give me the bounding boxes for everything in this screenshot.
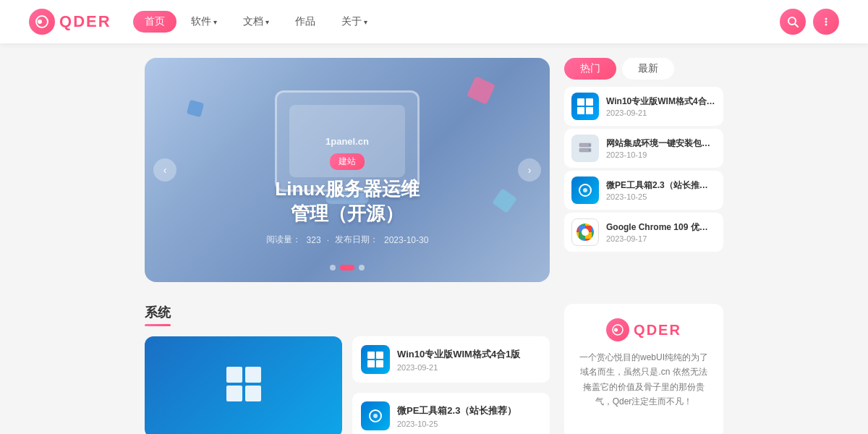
net-icon bbox=[571, 135, 599, 162]
svg-point-6 bbox=[825, 24, 827, 26]
bottom-section: 系统 bbox=[0, 297, 868, 434]
main-area: 1panel.cn ‹ › 建站 Linux服务器运维管理（开源） 阅读量： 3… bbox=[0, 43, 868, 297]
slider-tag: 建站 bbox=[330, 153, 365, 170]
search-icon bbox=[787, 16, 799, 27]
publish-date: 2023-10-30 bbox=[384, 235, 428, 245]
server-icon bbox=[577, 140, 593, 156]
card-win-icon bbox=[361, 345, 390, 374]
card-large-win10[interactable] bbox=[145, 336, 342, 434]
card-small-info: Win10专业版WIM格式4合1版 2023-09-21 bbox=[397, 348, 541, 372]
tab-latest[interactable]: 最新 bbox=[622, 58, 674, 80]
chevron-down-icon: ▾ bbox=[265, 18, 269, 26]
hot-list: Win10专业版WIM格式4合1版 2023-09-21 网站集成环境一键安装包… bbox=[564, 87, 723, 252]
pe-small-logo bbox=[367, 408, 383, 424]
card-small-date: 2023-10-25 bbox=[397, 420, 541, 428]
card-small-date: 2023-09-21 bbox=[397, 363, 541, 372]
hot-item-title: 网站集成环境一键安装包合… bbox=[606, 137, 716, 150]
slider-title: Linux服务器运维管理（开源） bbox=[145, 177, 550, 226]
menu-icon bbox=[820, 16, 832, 27]
nav-item-docs[interactable]: 文档 ▾ bbox=[231, 11, 281, 33]
slider-dot-1[interactable] bbox=[330, 265, 336, 271]
slider-dot-2[interactable] bbox=[340, 265, 354, 271]
main-nav: 首页 软件 ▾ 文档 ▾ 作品 关于 ▾ bbox=[133, 11, 780, 33]
card-small-win10[interactable]: Win10专业版WIM格式4合1版 2023-09-21 bbox=[352, 336, 550, 383]
logo-icon bbox=[29, 9, 55, 35]
section-line bbox=[145, 324, 171, 326]
right-panel: 热门 最新 Win10专业版WIM格式4合1版 2023-09-21 bbox=[564, 58, 723, 282]
about-logo-text: QDER bbox=[634, 322, 681, 339]
date-label: 发布日期： bbox=[335, 234, 378, 246]
svg-point-14 bbox=[373, 414, 378, 418]
hot-item-date: 2023-09-17 bbox=[606, 234, 716, 243]
svg-line-3 bbox=[795, 24, 798, 27]
win-icon bbox=[571, 93, 599, 120]
nav-item-works[interactable]: 作品 bbox=[284, 11, 327, 33]
slider: 1panel.cn ‹ › 建站 Linux服务器运维管理（开源） 阅读量： 3… bbox=[145, 58, 550, 282]
about-logo: QDER bbox=[606, 318, 681, 341]
menu-button[interactable] bbox=[813, 9, 839, 35]
about-description: 一个赏心悦目的webUI纯纯的为了域名而生，虽然只是.cn 依然无法掩盖它的价值… bbox=[579, 350, 709, 409]
hot-item-date: 2023-09-21 bbox=[606, 109, 716, 117]
hot-item-info: Win10专业版WIM格式4合1版 2023-09-21 bbox=[606, 95, 716, 118]
svg-point-10 bbox=[589, 150, 590, 151]
tab-hot[interactable]: 热门 bbox=[564, 58, 616, 80]
hot-item-info: Google Chrome 109 优化版… 2023-09-17 bbox=[606, 221, 716, 244]
slider-content: 建站 Linux服务器运维管理（开源） 阅读量： 323 · 发布日期： 202… bbox=[145, 153, 550, 246]
hot-item-date: 2023-10-25 bbox=[606, 192, 716, 201]
card-large-content bbox=[226, 367, 261, 407]
views-count: 323 bbox=[307, 235, 321, 245]
nav-item-software[interactable]: 软件 ▾ bbox=[179, 11, 229, 33]
hot-item-title: Google Chrome 109 优化版… bbox=[606, 221, 716, 234]
chrome-icon-wrapper bbox=[571, 218, 599, 246]
svg-point-5 bbox=[825, 21, 827, 23]
search-button[interactable] bbox=[780, 9, 806, 35]
chevron-down-icon: ▾ bbox=[364, 18, 367, 26]
hot-list-item[interactable]: 网站集成环境一键安装包合… 2023-10-19 bbox=[564, 129, 723, 168]
tabs-header: 热门 最新 bbox=[564, 58, 723, 80]
slider-meta: 阅读量： 323 · 发布日期： 2023-10-30 bbox=[145, 234, 550, 246]
windows-logo bbox=[577, 98, 593, 114]
hot-list-item[interactable]: 微PE工具箱2.3（站长推荐）… 2023-10-25 bbox=[564, 171, 723, 210]
views-label: 阅读量： bbox=[266, 234, 301, 246]
svg-point-4 bbox=[825, 18, 827, 20]
svg-point-9 bbox=[589, 145, 590, 146]
section-title: 系统 bbox=[145, 304, 550, 321]
card-small-title: Win10专业版WIM格式4合1版 bbox=[397, 348, 541, 361]
chevron-down-icon: ▾ bbox=[213, 18, 217, 26]
hot-list-item[interactable]: Win10专业版WIM格式4合1版 2023-09-21 bbox=[564, 87, 723, 126]
nav-item-about[interactable]: 关于 ▾ bbox=[330, 11, 379, 33]
card-small-title: 微PE工具箱2.3（站长推荐） bbox=[397, 404, 541, 417]
windows-small-logo bbox=[367, 352, 383, 367]
nav-item-home[interactable]: 首页 bbox=[133, 11, 176, 33]
header: QDER 首页 软件 ▾ 文档 ▾ 作品 关于 ▾ bbox=[0, 0, 868, 43]
hot-item-title: Win10专业版WIM格式4合1版 bbox=[606, 95, 716, 108]
hot-item-info: 微PE工具箱2.3（站长推荐）… 2023-10-25 bbox=[606, 179, 716, 202]
hot-item-date: 2023-10-19 bbox=[606, 150, 716, 159]
hot-list-item[interactable]: Google Chrome 109 优化版… 2023-09-17 bbox=[564, 213, 723, 252]
hot-item-info: 网站集成环境一键安装包合… 2023-10-19 bbox=[606, 137, 716, 160]
pe-logo bbox=[577, 182, 593, 198]
chrome-logo bbox=[576, 224, 594, 241]
system-section: 系统 bbox=[145, 304, 550, 434]
hot-item-title: 微PE工具箱2.3（站长推荐）… bbox=[606, 179, 716, 192]
card-small-pe[interactable]: 微PE工具箱2.3（站长推荐） 2023-10-25 bbox=[352, 393, 550, 434]
dot-separator: · bbox=[327, 235, 329, 245]
about-logo-icon bbox=[606, 318, 629, 341]
logo-text: QDER bbox=[59, 12, 111, 31]
header-actions bbox=[780, 9, 839, 35]
slider-dots bbox=[145, 265, 550, 271]
windows-large-logo bbox=[226, 367, 261, 401]
about-panel: QDER 一个赏心悦目的webUI纯纯的为了域名而生，虽然只是.cn 依然无法掩… bbox=[564, 304, 723, 434]
card-pe-icon bbox=[361, 401, 390, 430]
svg-point-1 bbox=[38, 20, 42, 24]
cards-grid: Win10专业版WIM格式4合1版 2023-09-21 微PE工具箱2.3（站… bbox=[145, 336, 550, 434]
card-small-info: 微PE工具箱2.3（站长推荐） 2023-10-25 bbox=[397, 404, 541, 428]
pe-icon bbox=[571, 176, 599, 204]
svg-point-12 bbox=[583, 188, 587, 192]
slider-dot-3[interactable] bbox=[359, 265, 365, 271]
svg-point-16 bbox=[614, 328, 618, 332]
logo[interactable]: QDER bbox=[29, 9, 111, 35]
